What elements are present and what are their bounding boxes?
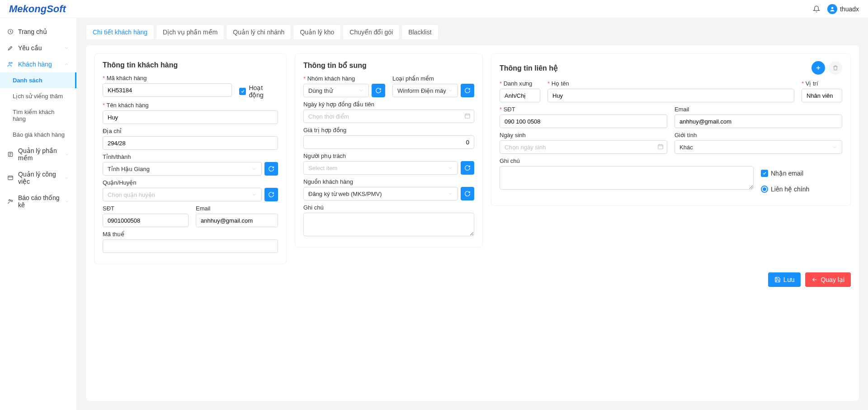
reload-icon (268, 166, 274, 172)
label: Ghi chú (303, 204, 474, 211)
tab-service[interactable]: Dịch vụ phần mềm (156, 24, 224, 40)
chevron-up-icon (64, 62, 69, 67)
svg-point-6 (9, 200, 11, 201)
delete-contact-button[interactable] (829, 61, 842, 75)
source-select[interactable]: Đăng ký từ web (MKS/PMV) (303, 187, 458, 200)
label: Danh xưng (500, 80, 540, 87)
label: SĐT (103, 205, 189, 212)
label: Nguồn khách hàng (303, 178, 474, 185)
tab-blacklist[interactable]: Blacklist (401, 24, 438, 40)
avatar-icon (827, 4, 837, 14)
label: Email (196, 205, 278, 212)
software-reload-button[interactable] (461, 84, 474, 97)
primary-contact-radio[interactable]: Liên hệ chính (761, 184, 842, 195)
username: thuadx (840, 5, 859, 13)
svg-rect-5 (8, 176, 13, 180)
tax-input[interactable] (103, 239, 278, 253)
header: MekongSoft thuadx (0, 0, 868, 18)
save-button[interactable]: Lưu (768, 272, 801, 287)
chevron-down-icon (64, 45, 69, 51)
contact-email-input[interactable] (675, 114, 842, 128)
customer-code-input[interactable] (103, 83, 232, 97)
address-input[interactable] (103, 136, 278, 150)
label: Mã thuế (103, 231, 278, 238)
sidebar-item-request[interactable]: Yêu cầu (0, 40, 76, 56)
chevron-down-icon (251, 192, 257, 197)
label: Họ tên (547, 80, 794, 87)
salutation-input[interactable] (500, 89, 540, 102)
district-reload-button[interactable] (264, 188, 278, 201)
contract-date-input[interactable] (303, 110, 474, 123)
add-contact-button[interactable] (811, 61, 825, 75)
reload-icon (464, 165, 471, 171)
province-reload-button[interactable] (264, 162, 278, 176)
customer-name-input[interactable] (103, 110, 278, 124)
label: Ngày sinh (500, 132, 667, 138)
chevron-down-icon (359, 88, 364, 93)
tab-convert[interactable]: Chuyển đổi gói (343, 24, 400, 40)
assignee-reload-button[interactable] (461, 161, 474, 175)
position-input[interactable] (802, 89, 842, 102)
email-input[interactable] (196, 214, 278, 227)
card-customer-info: Thông tin khách hàng Mã khách hàng Hoạt … (94, 53, 287, 264)
sidebar-item-report[interactable]: Báo cáo thống kê (0, 190, 76, 213)
chevron-down-icon (448, 165, 453, 171)
label: Giá trị hợp đồng (303, 127, 474, 133)
bell-icon[interactable] (813, 5, 820, 13)
label: Tỉnh/thành (103, 153, 278, 160)
card-title: Thông tin liên hệ (500, 64, 558, 72)
check-icon (761, 170, 768, 177)
customer-group-select[interactable]: Dùng thử (303, 84, 369, 97)
note-textarea[interactable] (303, 213, 474, 236)
contract-value-input[interactable] (303, 135, 474, 149)
sidebar-item-customer-search[interactable]: Tìm kiếm khách hàng (0, 104, 76, 127)
user-menu[interactable]: thuadx (827, 4, 859, 14)
source-reload-button[interactable] (461, 187, 474, 200)
software-type-select[interactable]: Winform Điện máy (392, 84, 458, 97)
sidebar: Trang chủ Yêu cầu Khách hàng Danh sách L… (0, 18, 77, 410)
back-button[interactable]: Quay lại (805, 272, 851, 287)
sidebar-item-customer-history[interactable]: Lịch sử viếng thăm (0, 88, 76, 104)
sidebar-item-home[interactable]: Trang chủ (0, 24, 76, 40)
gender-select[interactable]: Khác (675, 140, 842, 154)
label: Người phụ trách (303, 153, 474, 159)
card-title: Thông tin khách hàng (103, 61, 278, 69)
arrow-left-icon (811, 277, 818, 283)
birthday-input[interactable] (500, 140, 667, 154)
label: Địa chỉ (103, 128, 278, 134)
chevron-down-icon (64, 175, 69, 181)
reload-icon (464, 87, 471, 94)
receive-email-checkbox[interactable]: Nhận email (761, 167, 842, 180)
svg-point-0 (831, 7, 834, 9)
calendar-icon (464, 113, 471, 119)
province-select[interactable]: Tỉnh Hậu Giang (103, 162, 262, 176)
fullname-input[interactable] (547, 89, 794, 102)
phone-input[interactable] (103, 214, 189, 227)
contact-phone-input[interactable] (500, 114, 667, 128)
label: Email (675, 106, 842, 113)
sidebar-item-software[interactable]: Quản lý phần mềm (0, 143, 76, 166)
label: Giới tính (675, 132, 842, 138)
sidebar-item-customer-quote[interactable]: Báo giá khách hàng (0, 127, 76, 143)
sidebar-item-customer-list[interactable]: Danh sách (0, 72, 76, 88)
sidebar-item-work[interactable]: Quản lý công việc (0, 166, 76, 190)
tab-branch[interactable]: Quản lý chi nhánh (226, 24, 291, 40)
label: SĐT (500, 106, 667, 113)
tab-detail[interactable]: Chi tiết khách hàng (86, 24, 154, 40)
svg-rect-9 (658, 145, 663, 149)
chevron-down-icon (64, 199, 69, 204)
calendar-icon (657, 143, 664, 150)
tab-warehouse[interactable]: Quản lý kho (293, 24, 341, 40)
check-icon (239, 88, 246, 95)
sidebar-item-customer[interactable]: Khách hàng (0, 56, 76, 72)
svg-point-2 (9, 62, 11, 64)
contact-note-textarea[interactable] (500, 166, 754, 190)
chevron-down-icon (832, 144, 837, 150)
assignee-select[interactable]: Select item (303, 161, 458, 175)
chevron-down-icon (448, 88, 453, 93)
label: Tên khách hàng (103, 102, 278, 109)
group-reload-button[interactable] (372, 84, 385, 97)
active-checkbox[interactable]: Hoạt động (239, 85, 278, 98)
district-select[interactable]: Chọn quận huyện (103, 188, 262, 201)
trash-icon (832, 65, 839, 71)
